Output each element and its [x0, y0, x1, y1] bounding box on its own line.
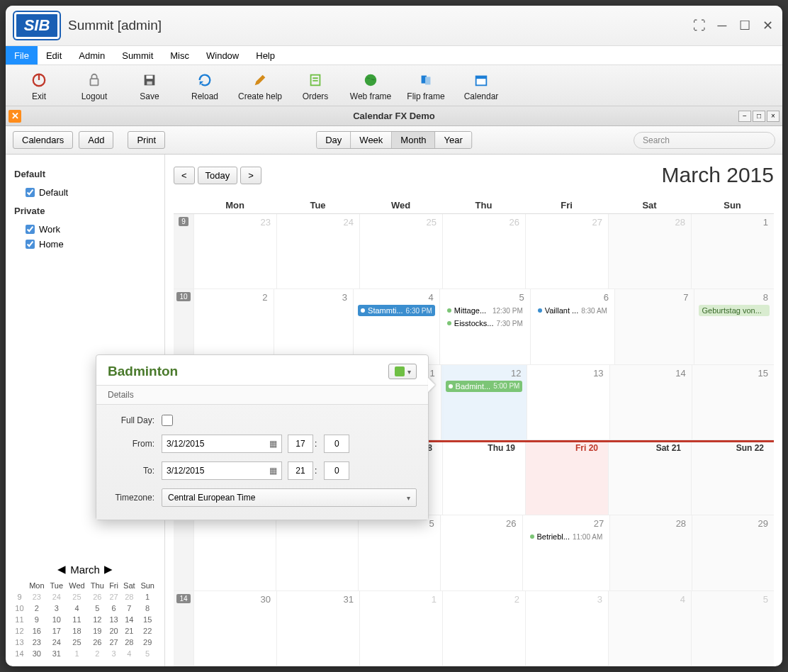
event-chip[interactable]: Badmint...5:00 PM — [446, 381, 523, 392]
to-hour-input[interactable]: 21 — [288, 461, 313, 480]
mini-day[interactable]: 23 — [26, 591, 47, 603]
day-cell[interactable]: 1 — [691, 214, 774, 289]
to-min-input[interactable]: 0 — [324, 461, 349, 480]
mini-day[interactable]: 1 — [137, 591, 157, 603]
day-cell[interactable]: 31 — [276, 591, 359, 666]
mini-day[interactable]: 21 — [120, 625, 137, 637]
mini-day[interactable]: 13 — [107, 614, 121, 625]
popup-tab-details[interactable]: Details — [96, 385, 428, 405]
day-cell[interactable]: 12Badmint...5:00 PM — [441, 365, 527, 439]
menu-admin[interactable]: Admin — [70, 46, 113, 65]
view-week[interactable]: Week — [351, 132, 392, 148]
today-button[interactable]: Today — [198, 167, 238, 184]
mini-day[interactable]: 8 — [137, 603, 157, 614]
mini-day[interactable]: 28 — [120, 637, 137, 648]
mini-prev-icon[interactable]: ◀ — [57, 563, 66, 576]
day-cell[interactable]: 25 — [359, 214, 442, 289]
mini-day[interactable]: 5 — [137, 648, 157, 659]
sub-max-icon[interactable]: □ — [753, 111, 765, 122]
day-cell[interactable]: 3 — [525, 591, 608, 666]
mini-day[interactable]: 26 — [88, 591, 107, 603]
day-cell[interactable]: 6Vaillant ...8:30 AM — [530, 289, 614, 364]
menu-summit[interactable]: Summit — [113, 46, 162, 65]
mini-day[interactable]: 2 — [26, 603, 47, 614]
add-button[interactable]: Add — [79, 131, 113, 149]
mini-day[interactable]: 12 — [88, 614, 107, 625]
sub-min-icon[interactable]: − — [738, 111, 751, 122]
mini-day[interactable]: 10 — [47, 614, 66, 625]
day-cell[interactable] — [193, 515, 276, 590]
day-cell[interactable]: 24 — [276, 214, 359, 289]
mini-day[interactable]: 9 — [26, 614, 47, 625]
view-year[interactable]: Year — [435, 132, 471, 148]
calendar-item-home[interactable]: Home — [14, 237, 156, 252]
day-cell[interactable] — [276, 515, 358, 590]
event-chip[interactable]: Betriebl...11:00 AM — [527, 531, 606, 542]
toolbar-create-help-button[interactable]: Create help — [232, 70, 288, 101]
to-date-input[interactable]: 3/12/2015▦ — [162, 461, 282, 480]
fullday-checkbox[interactable] — [162, 415, 173, 426]
day-cell[interactable]: 27 — [525, 214, 608, 289]
mini-day[interactable]: 4 — [120, 648, 137, 659]
day-cell[interactable]: 1 — [359, 591, 442, 666]
day-cell[interactable]: 5Mittage...12:30 PMEisstocks...7:30 PM — [439, 289, 530, 364]
day-cell[interactable]: 2 — [193, 289, 274, 364]
toolbar-reload-button[interactable]: Reload — [177, 70, 232, 101]
calendar-icon[interactable]: ▦ — [269, 466, 277, 476]
toolbar-orders-button[interactable]: Orders — [288, 70, 343, 101]
mini-day[interactable]: 4 — [66, 603, 88, 614]
close-icon[interactable]: ✕ — [761, 19, 774, 32]
mini-day[interactable]: 27 — [107, 591, 121, 603]
mini-day[interactable]: 22 — [137, 625, 157, 637]
day-cell[interactable]: 13 — [527, 365, 609, 439]
day-cell[interactable]: 7 — [614, 289, 694, 364]
menu-file[interactable]: File — [6, 46, 38, 65]
mini-day[interactable]: 28 — [120, 591, 137, 603]
mini-day[interactable]: 19 — [88, 625, 107, 637]
maximize-icon[interactable]: ☐ — [738, 19, 751, 32]
day-cell[interactable]: 27Betriebl...11:00 AM — [522, 515, 610, 590]
day-cell[interactable]: 28 — [608, 214, 691, 289]
mini-day[interactable]: 25 — [66, 591, 88, 603]
calendar-icon[interactable]: ▦ — [269, 439, 277, 449]
calendars-button[interactable]: Calendars — [13, 131, 73, 149]
mini-day[interactable]: 15 — [137, 614, 157, 625]
calendar-checkbox[interactable] — [26, 188, 35, 197]
mini-day[interactable]: 24 — [47, 591, 66, 603]
mini-next-icon[interactable]: ▶ — [104, 563, 113, 576]
mini-day[interactable]: 3 — [107, 648, 121, 659]
day-cell[interactable]: Thu 19 — [442, 440, 525, 515]
mini-day[interactable]: 2 — [88, 648, 107, 659]
next-button[interactable]: > — [240, 167, 261, 184]
fullscreen-icon[interactable]: ⛶ — [693, 19, 706, 32]
day-cell[interactable]: 4Stammti...6:30 PM — [353, 289, 439, 364]
toolbar-logout-button[interactable]: Logout — [67, 70, 122, 101]
calendar-checkbox[interactable] — [26, 240, 35, 249]
mini-day[interactable]: 1 — [66, 648, 88, 659]
event-chip[interactable]: Geburtstag von... — [699, 305, 770, 316]
view-month[interactable]: Month — [392, 132, 435, 148]
mini-day[interactable]: 29 — [137, 637, 157, 648]
day-cell[interactable]: 30 — [193, 591, 276, 666]
mini-day[interactable]: 31 — [47, 648, 66, 659]
prev-button[interactable]: < — [174, 167, 195, 184]
mini-day[interactable]: 7 — [120, 603, 137, 614]
day-cell[interactable]: 4 — [608, 591, 691, 666]
from-hour-input[interactable]: 17 — [288, 435, 313, 453]
day-cell[interactable]: Fri 20 — [525, 440, 608, 515]
toolbar-calendar-button[interactable]: Calendar — [454, 70, 509, 101]
menu-misc[interactable]: Misc — [162, 46, 198, 65]
event-chip[interactable]: Mittage...12:30 PM — [444, 305, 526, 316]
toolbar-save-button[interactable]: Save — [122, 70, 177, 101]
day-cell[interactable]: 5 — [358, 515, 440, 590]
mini-day[interactable]: 27 — [107, 637, 121, 648]
day-cell[interactable]: 15 — [692, 365, 774, 439]
day-cell[interactable]: Sat 21 — [608, 440, 691, 515]
mini-day[interactable]: 30 — [26, 648, 47, 659]
mini-day[interactable]: 14 — [120, 614, 137, 625]
day-cell[interactable]: 29 — [692, 515, 774, 590]
day-cell[interactable]: Sun 22 — [691, 440, 774, 515]
mini-day[interactable]: 24 — [47, 637, 66, 648]
mini-day[interactable]: 25 — [66, 637, 88, 648]
toolbar-flip-frame-button[interactable]: Flip frame — [398, 70, 454, 101]
